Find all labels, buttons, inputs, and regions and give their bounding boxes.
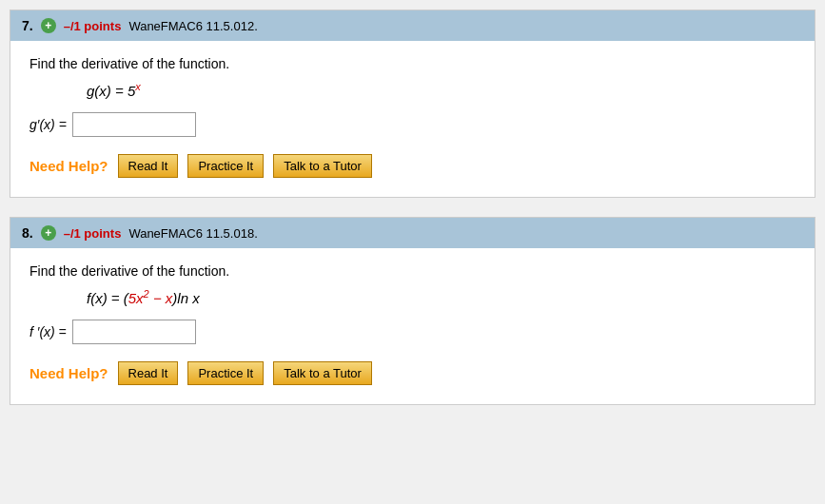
question-8-tutor-btn[interactable]: Talk to a Tutor bbox=[273, 361, 372, 385]
question-8-need-help-label: Need Help? bbox=[29, 365, 108, 381]
question-8-instruction: Find the derivative of the function. bbox=[29, 263, 796, 279]
question-7-instruction: Find the derivative of the function. bbox=[29, 56, 796, 71]
question-7-practice-btn[interactable]: Practice It bbox=[187, 154, 264, 178]
question-7-points: –/1 points bbox=[64, 19, 122, 33]
question-7-tutor-btn[interactable]: Talk to a Tutor bbox=[273, 154, 372, 178]
question-8-points: –/1 points bbox=[64, 226, 122, 241]
question-8-ref: WaneFMAC6 11.5.018. bbox=[128, 226, 257, 241]
question-7-number: 7. bbox=[22, 18, 33, 33]
question-8-read-btn[interactable]: Read It bbox=[118, 361, 179, 385]
question-8-help-row: Need Help? Read It Practice It Talk to a… bbox=[29, 361, 796, 385]
question-8-answer-row: f ′(x) = bbox=[29, 320, 796, 344]
question-8-number: 8. bbox=[22, 225, 33, 241]
question-8-header: 8. + –/1 points WaneFMAC6 11.5.018. bbox=[10, 218, 815, 248]
question-7-answer-label: g′(x) = bbox=[29, 117, 67, 132]
question-7-help-row: Need Help? Read It Practice It Talk to a… bbox=[29, 154, 796, 178]
plus-icon-7: + bbox=[41, 18, 56, 33]
question-7-body: Find the derivative of the function. g(x… bbox=[10, 41, 815, 197]
question-7-ref: WaneFMAC6 11.5.012. bbox=[128, 19, 257, 33]
question-7-function: g(x) = 5x bbox=[87, 81, 796, 99]
exponent-x: x bbox=[135, 81, 141, 92]
question-8: 8. + –/1 points WaneFMAC6 11.5.018. Find… bbox=[10, 217, 815, 405]
question-7-read-btn[interactable]: Read It bbox=[118, 154, 179, 178]
question-8-answer-label: f ′(x) = bbox=[29, 324, 67, 339]
question-8-function: f(x) = (5x2 − x)ln x bbox=[87, 288, 796, 306]
question-8-practice-btn[interactable]: Practice It bbox=[187, 361, 264, 385]
question-7-answer-input[interactable] bbox=[72, 112, 196, 137]
question-8-answer-input[interactable] bbox=[72, 320, 196, 344]
question-7-header: 7. + –/1 points WaneFMAC6 11.5.012. bbox=[10, 10, 815, 41]
function-base-text: g(x) = 5x bbox=[87, 83, 141, 99]
plus-icon-8: + bbox=[41, 225, 56, 241]
function-8-text: f(x) = (5x2 − x)ln x bbox=[87, 290, 200, 306]
question-7: 7. + –/1 points WaneFMAC6 11.5.012. Find… bbox=[10, 10, 815, 198]
question-7-need-help-label: Need Help? bbox=[29, 158, 108, 174]
question-8-body: Find the derivative of the function. f(x… bbox=[10, 248, 815, 404]
question-7-answer-row: g′(x) = bbox=[29, 112, 796, 137]
